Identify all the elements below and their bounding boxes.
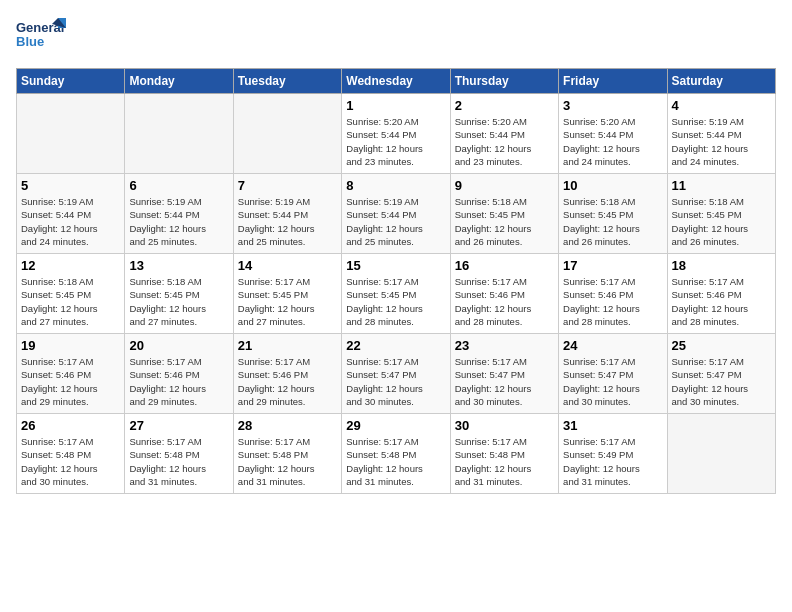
calendar-week-row: 5Sunrise: 5:19 AM Sunset: 5:44 PM Daylig… — [17, 174, 776, 254]
day-number: 23 — [455, 338, 554, 353]
calendar-day-cell: 2Sunrise: 5:20 AM Sunset: 5:44 PM Daylig… — [450, 94, 558, 174]
day-info: Sunrise: 5:17 AM Sunset: 5:48 PM Dayligh… — [455, 435, 554, 488]
calendar-day-cell: 22Sunrise: 5:17 AM Sunset: 5:47 PM Dayli… — [342, 334, 450, 414]
day-info: Sunrise: 5:18 AM Sunset: 5:45 PM Dayligh… — [672, 195, 771, 248]
day-info: Sunrise: 5:17 AM Sunset: 5:45 PM Dayligh… — [346, 275, 445, 328]
day-info: Sunrise: 5:17 AM Sunset: 5:46 PM Dayligh… — [563, 275, 662, 328]
day-info: Sunrise: 5:18 AM Sunset: 5:45 PM Dayligh… — [21, 275, 120, 328]
day-info: Sunrise: 5:20 AM Sunset: 5:44 PM Dayligh… — [563, 115, 662, 168]
day-number: 12 — [21, 258, 120, 273]
day-info: Sunrise: 5:17 AM Sunset: 5:47 PM Dayligh… — [563, 355, 662, 408]
calendar-day-cell: 24Sunrise: 5:17 AM Sunset: 5:47 PM Dayli… — [559, 334, 667, 414]
calendar-day-cell: 28Sunrise: 5:17 AM Sunset: 5:48 PM Dayli… — [233, 414, 341, 494]
calendar-week-row: 26Sunrise: 5:17 AM Sunset: 5:48 PM Dayli… — [17, 414, 776, 494]
weekday-header-friday: Friday — [559, 69, 667, 94]
calendar-day-cell: 26Sunrise: 5:17 AM Sunset: 5:48 PM Dayli… — [17, 414, 125, 494]
day-number: 13 — [129, 258, 228, 273]
logo: General Blue — [16, 16, 66, 56]
day-info: Sunrise: 5:17 AM Sunset: 5:48 PM Dayligh… — [238, 435, 337, 488]
calendar-day-cell: 1Sunrise: 5:20 AM Sunset: 5:44 PM Daylig… — [342, 94, 450, 174]
day-number: 14 — [238, 258, 337, 273]
day-number: 28 — [238, 418, 337, 433]
weekday-header-saturday: Saturday — [667, 69, 775, 94]
day-number: 30 — [455, 418, 554, 433]
calendar-empty-cell — [667, 414, 775, 494]
day-info: Sunrise: 5:17 AM Sunset: 5:46 PM Dayligh… — [129, 355, 228, 408]
day-info: Sunrise: 5:17 AM Sunset: 5:47 PM Dayligh… — [455, 355, 554, 408]
calendar-day-cell: 20Sunrise: 5:17 AM Sunset: 5:46 PM Dayli… — [125, 334, 233, 414]
day-number: 1 — [346, 98, 445, 113]
day-number: 7 — [238, 178, 337, 193]
calendar-day-cell: 9Sunrise: 5:18 AM Sunset: 5:45 PM Daylig… — [450, 174, 558, 254]
calendar-day-cell: 25Sunrise: 5:17 AM Sunset: 5:47 PM Dayli… — [667, 334, 775, 414]
day-info: Sunrise: 5:20 AM Sunset: 5:44 PM Dayligh… — [455, 115, 554, 168]
day-info: Sunrise: 5:18 AM Sunset: 5:45 PM Dayligh… — [455, 195, 554, 248]
calendar-day-cell: 31Sunrise: 5:17 AM Sunset: 5:49 PM Dayli… — [559, 414, 667, 494]
calendar-day-cell: 13Sunrise: 5:18 AM Sunset: 5:45 PM Dayli… — [125, 254, 233, 334]
calendar-week-row: 12Sunrise: 5:18 AM Sunset: 5:45 PM Dayli… — [17, 254, 776, 334]
day-number: 9 — [455, 178, 554, 193]
day-number: 15 — [346, 258, 445, 273]
calendar-day-cell: 7Sunrise: 5:19 AM Sunset: 5:44 PM Daylig… — [233, 174, 341, 254]
day-number: 26 — [21, 418, 120, 433]
day-info: Sunrise: 5:20 AM Sunset: 5:44 PM Dayligh… — [346, 115, 445, 168]
weekday-header-tuesday: Tuesday — [233, 69, 341, 94]
day-info: Sunrise: 5:17 AM Sunset: 5:48 PM Dayligh… — [129, 435, 228, 488]
day-number: 20 — [129, 338, 228, 353]
calendar-day-cell: 15Sunrise: 5:17 AM Sunset: 5:45 PM Dayli… — [342, 254, 450, 334]
day-info: Sunrise: 5:17 AM Sunset: 5:47 PM Dayligh… — [346, 355, 445, 408]
calendar-day-cell: 23Sunrise: 5:17 AM Sunset: 5:47 PM Dayli… — [450, 334, 558, 414]
day-info: Sunrise: 5:19 AM Sunset: 5:44 PM Dayligh… — [238, 195, 337, 248]
calendar-day-cell: 11Sunrise: 5:18 AM Sunset: 5:45 PM Dayli… — [667, 174, 775, 254]
day-number: 18 — [672, 258, 771, 273]
day-number: 16 — [455, 258, 554, 273]
page-header: General Blue — [16, 16, 776, 56]
weekday-header-row: SundayMondayTuesdayWednesdayThursdayFrid… — [17, 69, 776, 94]
calendar-week-row: 19Sunrise: 5:17 AM Sunset: 5:46 PM Dayli… — [17, 334, 776, 414]
day-number: 17 — [563, 258, 662, 273]
day-info: Sunrise: 5:19 AM Sunset: 5:44 PM Dayligh… — [346, 195, 445, 248]
calendar-day-cell: 14Sunrise: 5:17 AM Sunset: 5:45 PM Dayli… — [233, 254, 341, 334]
day-number: 11 — [672, 178, 771, 193]
day-number: 24 — [563, 338, 662, 353]
day-number: 3 — [563, 98, 662, 113]
weekday-header-wednesday: Wednesday — [342, 69, 450, 94]
calendar-week-row: 1Sunrise: 5:20 AM Sunset: 5:44 PM Daylig… — [17, 94, 776, 174]
day-info: Sunrise: 5:17 AM Sunset: 5:46 PM Dayligh… — [455, 275, 554, 328]
calendar-day-cell: 3Sunrise: 5:20 AM Sunset: 5:44 PM Daylig… — [559, 94, 667, 174]
calendar-day-cell: 17Sunrise: 5:17 AM Sunset: 5:46 PM Dayli… — [559, 254, 667, 334]
calendar-day-cell: 30Sunrise: 5:17 AM Sunset: 5:48 PM Dayli… — [450, 414, 558, 494]
day-number: 25 — [672, 338, 771, 353]
calendar-day-cell: 19Sunrise: 5:17 AM Sunset: 5:46 PM Dayli… — [17, 334, 125, 414]
day-info: Sunrise: 5:17 AM Sunset: 5:49 PM Dayligh… — [563, 435, 662, 488]
calendar-day-cell: 6Sunrise: 5:19 AM Sunset: 5:44 PM Daylig… — [125, 174, 233, 254]
day-info: Sunrise: 5:17 AM Sunset: 5:45 PM Dayligh… — [238, 275, 337, 328]
day-number: 8 — [346, 178, 445, 193]
day-number: 19 — [21, 338, 120, 353]
calendar-empty-cell — [125, 94, 233, 174]
calendar-day-cell: 8Sunrise: 5:19 AM Sunset: 5:44 PM Daylig… — [342, 174, 450, 254]
day-number: 10 — [563, 178, 662, 193]
calendar-day-cell: 21Sunrise: 5:17 AM Sunset: 5:46 PM Dayli… — [233, 334, 341, 414]
day-number: 6 — [129, 178, 228, 193]
day-number: 21 — [238, 338, 337, 353]
svg-text:Blue: Blue — [16, 34, 44, 49]
calendar-day-cell: 18Sunrise: 5:17 AM Sunset: 5:46 PM Dayli… — [667, 254, 775, 334]
weekday-header-monday: Monday — [125, 69, 233, 94]
day-info: Sunrise: 5:18 AM Sunset: 5:45 PM Dayligh… — [563, 195, 662, 248]
day-info: Sunrise: 5:17 AM Sunset: 5:46 PM Dayligh… — [672, 275, 771, 328]
calendar-empty-cell — [17, 94, 125, 174]
day-info: Sunrise: 5:18 AM Sunset: 5:45 PM Dayligh… — [129, 275, 228, 328]
day-number: 27 — [129, 418, 228, 433]
calendar-day-cell: 10Sunrise: 5:18 AM Sunset: 5:45 PM Dayli… — [559, 174, 667, 254]
calendar-day-cell: 16Sunrise: 5:17 AM Sunset: 5:46 PM Dayli… — [450, 254, 558, 334]
day-info: Sunrise: 5:17 AM Sunset: 5:46 PM Dayligh… — [238, 355, 337, 408]
day-info: Sunrise: 5:17 AM Sunset: 5:46 PM Dayligh… — [21, 355, 120, 408]
calendar-day-cell: 12Sunrise: 5:18 AM Sunset: 5:45 PM Dayli… — [17, 254, 125, 334]
calendar-day-cell: 27Sunrise: 5:17 AM Sunset: 5:48 PM Dayli… — [125, 414, 233, 494]
day-number: 29 — [346, 418, 445, 433]
calendar-day-cell: 29Sunrise: 5:17 AM Sunset: 5:48 PM Dayli… — [342, 414, 450, 494]
weekday-header-thursday: Thursday — [450, 69, 558, 94]
day-info: Sunrise: 5:17 AM Sunset: 5:48 PM Dayligh… — [346, 435, 445, 488]
day-info: Sunrise: 5:17 AM Sunset: 5:47 PM Dayligh… — [672, 355, 771, 408]
